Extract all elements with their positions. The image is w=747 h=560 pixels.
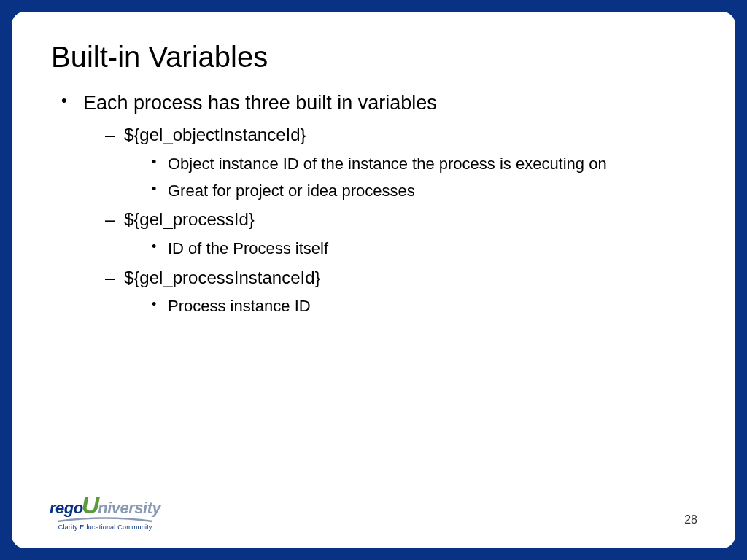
bullet-text: Object instance ID of the instance the p… — [168, 155, 607, 173]
logo-tagline: Clarity Educational Community — [58, 524, 152, 531]
bullet-list-level3: ID of the Process itself — [124, 238, 696, 260]
slide: Built-in Variables Each process has thre… — [12, 12, 735, 548]
bullet-text: Each process has three built in variable… — [83, 92, 437, 114]
logo: rego U niversity Clarity Educational Com… — [50, 495, 160, 531]
bullet-item: Great for project or idea processes — [149, 180, 696, 203]
logo-text: rego U niversity — [50, 495, 160, 518]
bullet-item: ${gel_processId} ID of the Process itsel… — [102, 208, 696, 260]
bullet-item: Process instance ID — [149, 295, 696, 318]
logo-niversity: niversity — [98, 499, 160, 518]
bullet-item: Object instance ID of the instance the p… — [149, 153, 696, 176]
bullet-text: ${gel_objectInstanceId} — [124, 125, 306, 144]
bullet-item: ${gel_objectInstanceId} Object instance … — [102, 123, 696, 202]
bullet-text: ${gel_processId} — [124, 209, 255, 229]
bullet-text: Process instance ID — [168, 297, 311, 315]
page-number: 28 — [684, 513, 697, 526]
bullet-list-level1: Each process has three built in variable… — [51, 90, 696, 318]
bullet-text: Great for project or idea processes — [168, 182, 415, 200]
bullet-list-level2: ${gel_objectInstanceId} Object instance … — [83, 123, 696, 317]
bullet-list-level3: Object instance ID of the instance the p… — [124, 153, 696, 203]
bullet-item: ID of the Process itself — [149, 238, 696, 260]
slide-footer: rego U niversity Clarity Educational Com… — [50, 495, 697, 531]
logo-u: U — [82, 495, 100, 515]
bullet-text: ${gel_processInstanceId} — [124, 268, 321, 287]
slide-title: Built-in Variables — [51, 41, 696, 74]
bullet-list-level3: Process instance ID — [124, 295, 696, 318]
bullet-text: ID of the Process itself — [168, 239, 328, 257]
logo-rego: rego — [50, 499, 83, 518]
bullet-item: ${gel_processInstanceId} Process instanc… — [102, 266, 696, 318]
bullet-item: Each process has three built in variable… — [60, 90, 696, 318]
